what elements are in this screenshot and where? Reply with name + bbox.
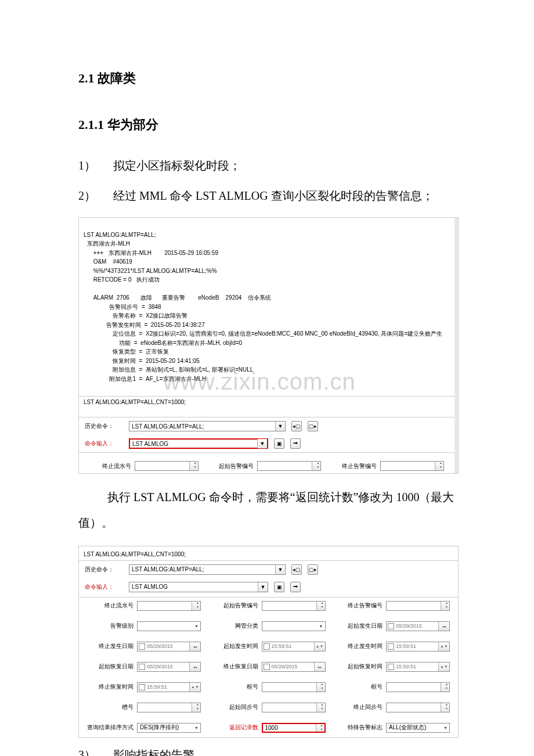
screenshot-2: LST ALMLOG:ALMTP=ALL,CNT=1000; 历史命令： LST…	[78, 546, 459, 738]
start-date-field[interactable]: 起始发生日期 05/29/2015◂▸	[343, 621, 450, 631]
end-recover-time-field[interactable]: 终止恢复时间 15:59:51▲▼	[87, 682, 201, 692]
step-2-num: 2）	[78, 187, 113, 204]
end-alarm-field[interactable]: 终止告警编号	[338, 461, 444, 471]
checkbox-icon[interactable]	[388, 623, 394, 629]
heading-2-1-1: 2.1.1 华为部分	[78, 116, 459, 134]
start-recover-time-field[interactable]: 起始恢复时间 15:59:51▲▼	[343, 662, 450, 672]
step-2: 2）经过 MML 命令 LST ALMLOG 查询小区裂化时段的告警信息；	[78, 187, 459, 204]
step-1: 1）拟定小区指标裂化时段；	[78, 157, 459, 174]
cmd-input[interactable]: LST ALMLOG ▼	[129, 438, 268, 449]
checkbox-icon[interactable]	[264, 643, 270, 650]
frame-field[interactable]: 框号	[218, 682, 326, 692]
nm-class-field[interactable]: 网管分类	[218, 621, 326, 631]
start-sync-field[interactable]: 起始同步号	[218, 703, 326, 712]
slot-field[interactable]: 槽号	[87, 703, 201, 712]
history-label: 历史命令：	[85, 422, 125, 430]
next-cmd-button[interactable]: ▢▸	[308, 564, 318, 575]
checkbox-icon[interactable]	[139, 643, 145, 650]
end-date-field[interactable]: 终止发生日期 05/29/2015◂▸	[87, 642, 201, 651]
step-3-num: 3）	[78, 746, 113, 757]
checkbox-icon[interactable]	[139, 664, 145, 670]
help-button[interactable]: ⮕	[290, 438, 301, 449]
start-time-field[interactable]: 起始发生时间 15:59:51▲▼	[218, 642, 326, 651]
param-grid: 终止流水号 起始告警编号 终止告警编号 告警级别 网管分类 起始发生日期 05/…	[79, 597, 458, 737]
checkbox-icon[interactable]	[388, 664, 394, 670]
prev-cmd-button[interactable]: ◂▢	[291, 564, 302, 575]
command-area: 历史命令： LST ALMLOG:ALMTP=ALL; ▼ ◂▢ ▢▸ 命令输入…	[79, 417, 458, 473]
end-alarm-field[interactable]: 终止告警编号	[343, 601, 450, 611]
checkbox-icon[interactable]	[388, 643, 394, 650]
heading-2-1: 2.1 故障类	[78, 70, 459, 87]
help-button[interactable]: ⮕	[290, 582, 301, 592]
start-alarm-field[interactable]: 起始告警编号	[216, 461, 322, 471]
chevron-down-icon[interactable]: ▼	[275, 422, 285, 431]
body-paragraph-1: 执行 LST ALMLOG 命令时，需要将“返回统计数”修改为 1000（最大值…	[78, 484, 459, 535]
prev-cmd-button[interactable]: ◂▢	[291, 421, 302, 431]
chevron-down-icon[interactable]: ▼	[275, 565, 285, 574]
console-line: LST ALMLOG:ALMTP=ALL,CNT=1000;	[79, 546, 458, 560]
sort-field[interactable]: 查询结果排序方式 DES(降序排列)	[87, 723, 201, 733]
console-output: LST ALMLOG:ALMTP=ALL; 东西湖古井-MLH +++ 东西湖古…	[79, 218, 458, 395]
end-sync-field[interactable]: 终止同步号	[343, 703, 450, 712]
step-3-text: 影响指标的告警	[113, 748, 194, 757]
history-label: 历史命令：	[85, 566, 125, 574]
history-combo[interactable]: LST ALMLOG:ALMTP=ALL; ▼	[129, 421, 286, 431]
return-count-field[interactable]: 返回记录数 1000	[218, 723, 326, 733]
start-recover-date-field[interactable]: 起始恢复日期 05/29/2015◂▸	[87, 662, 201, 672]
scrollbar[interactable]	[454, 218, 458, 473]
special-field[interactable]: 特殊告警标志 ALL(全部状态)	[343, 723, 450, 733]
end-seq-field[interactable]: 终止流水号	[93, 461, 199, 471]
chevron-down-icon[interactable]: ▼	[257, 439, 267, 448]
step-1-text: 拟定小区指标裂化时段；	[113, 159, 241, 172]
console-output-2: LST ALMLOG:ALMTP=ALL,CNT=1000;	[79, 397, 458, 417]
cmd-input-label: 命令输入：	[85, 583, 125, 591]
end-time-field[interactable]: 终止发生时间 15:59:51▲▼	[343, 642, 450, 651]
next-cmd-button[interactable]: ▢▸	[308, 421, 318, 431]
history-combo[interactable]: LST ALMLOG:ALMTP=ALL; ▼	[129, 564, 286, 575]
screenshot-1: LST ALMLOG:ALMTP=ALL; 东西湖古井-MLH +++ 东西湖古…	[78, 217, 459, 474]
execute-button[interactable]: ▣	[274, 582, 284, 592]
end-seq-field[interactable]: 终止流水号	[87, 601, 201, 611]
cmd-input-label: 命令输入：	[85, 440, 125, 448]
alarm-level-field[interactable]: 告警级别	[87, 621, 201, 631]
step-3: 3）影响指标的告警	[78, 746, 459, 757]
frame2-field[interactable]: 框号	[343, 682, 450, 692]
start-alarm-field[interactable]: 起始告警编号	[218, 601, 326, 611]
cmd-input[interactable]: LST ALMLOG ▼	[129, 582, 268, 592]
end-recover-date-field[interactable]: 终止恢复日期 05/29/2015◂▸	[218, 662, 326, 672]
chevron-down-icon[interactable]: ▼	[258, 582, 268, 592]
step-2-text: 经过 MML 命令 LST ALMLOG 查询小区裂化时段的告警信息；	[113, 189, 434, 202]
execute-button[interactable]: ▣	[274, 438, 284, 449]
step-1-num: 1）	[78, 157, 113, 174]
checkbox-icon[interactable]	[264, 664, 270, 670]
checkbox-icon[interactable]	[139, 684, 145, 690]
